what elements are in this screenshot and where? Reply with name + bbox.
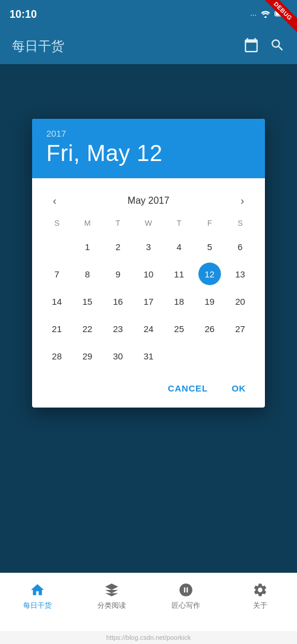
nav-item-write[interactable]: 匠心写作 [148, 579, 223, 611]
calendar-day[interactable]: 24 [133, 315, 163, 342]
calendar-day[interactable]: 16 [103, 288, 133, 314]
next-month-button[interactable]: › [232, 190, 253, 211]
calendar-day[interactable]: 17 [133, 288, 163, 314]
calendar-day[interactable]: 19 [194, 288, 225, 314]
calendar-day[interactable]: 30 [103, 343, 133, 369]
calendar-day[interactable]: 10 [133, 261, 163, 287]
nav-label-categories: 分类阅读 [97, 601, 126, 611]
calendar-icon[interactable] [244, 37, 259, 55]
day-headers: S M T W T F S [42, 216, 255, 230]
calendar-day[interactable]: 8 [72, 261, 102, 287]
calendar-day[interactable]: 14 [42, 288, 72, 314]
dialog-header: 2017 Fri, May 12 [32, 119, 265, 178]
calendar-day[interactable]: 5 [194, 233, 225, 260]
calendar-day[interactable]: 25 [164, 315, 194, 342]
calendar-day[interactable]: 21 [42, 315, 72, 342]
day-header-w: W [133, 216, 163, 230]
calendar-day[interactable]: 13 [225, 261, 255, 287]
calendar-day[interactable]: 1 [72, 233, 102, 260]
dialog-selected-date: Fri, May 12 [46, 141, 251, 166]
prev-month-button[interactable]: ‹ [44, 190, 65, 211]
about-icon [252, 582, 268, 598]
debug-badge: DEBUG [261, 0, 297, 36]
app-bar-actions [244, 37, 285, 55]
write-icon [178, 582, 194, 598]
calendar-day[interactable]: 6 [225, 233, 255, 260]
search-icon[interactable] [270, 37, 285, 55]
nav-item-categories[interactable]: 分类阅读 [74, 579, 148, 611]
cancel-button[interactable]: CANCEL [159, 378, 217, 398]
month-nav: ‹ May 2017 › [42, 183, 255, 216]
calendar-day[interactable]: 12 [198, 263, 221, 285]
day-header-t1: T [103, 216, 133, 230]
status-time: 10:10 [10, 8, 37, 21]
debug-label: DEBUG [262, 0, 297, 32]
calendar-day[interactable]: 27 [225, 315, 255, 342]
status-bar: 10:10 ··· [0, 0, 297, 29]
calendar-day[interactable]: 26 [194, 315, 225, 342]
nav-label-about: 关于 [253, 601, 267, 611]
nav-label-home: 每日干货 [23, 601, 52, 611]
calendar-day [42, 233, 72, 260]
calendar-day[interactable]: 23 [103, 315, 133, 342]
calendar-day[interactable]: 9 [103, 261, 133, 287]
home-icon [29, 582, 46, 598]
calendar-day[interactable]: 11 [164, 261, 194, 287]
calendar-day[interactable]: 28 [42, 343, 72, 369]
nav-item-home[interactable]: 每日干货 [0, 579, 74, 611]
month-title: May 2017 [128, 195, 169, 206]
day-header-f: F [194, 216, 225, 230]
app-title: 每日干货 [12, 37, 64, 55]
calendar-day[interactable]: 3 [133, 233, 163, 260]
day-header-m: M [72, 216, 102, 230]
calendar-day[interactable]: 20 [225, 288, 255, 314]
day-header-t2: T [164, 216, 194, 230]
calendar-day [194, 343, 225, 369]
url-bar: https://blog.csdn.net/poorkick [0, 631, 297, 644]
ok-button[interactable]: OK [222, 378, 255, 398]
dialog-actions: CANCEL OK [32, 374, 265, 408]
calendar-day[interactable]: 7 [42, 261, 72, 287]
calendar-grid: 1234567891011121314151617181920212223242… [42, 233, 255, 369]
calendar-day [164, 343, 194, 369]
dialog-year: 2017 [46, 128, 251, 138]
categories-icon [103, 582, 120, 598]
calendar-day[interactable]: 31 [133, 343, 163, 369]
calendar-day[interactable]: 29 [72, 343, 102, 369]
calendar-day[interactable]: 2 [103, 233, 133, 260]
calendar-day[interactable]: 15 [72, 288, 102, 314]
more-icon: ··· [250, 10, 257, 19]
calendar-day [225, 343, 255, 369]
calendar-day[interactable]: 22 [72, 315, 102, 342]
app-bar: 每日干货 [0, 29, 297, 64]
calendar-day[interactable]: 4 [164, 233, 194, 260]
nav-label-write: 匠心写作 [172, 601, 200, 611]
day-header-s1: S [42, 216, 72, 230]
calendar-day[interactable]: 18 [164, 288, 194, 314]
url-text: https://blog.csdn.net/poorkick [106, 634, 191, 641]
nav-item-about[interactable]: 关于 [223, 579, 297, 611]
day-header-s2: S [225, 216, 255, 230]
date-picker-dialog: 2017 Fri, May 12 ‹ May 2017 › S M T W T … [32, 119, 265, 408]
calendar-body: ‹ May 2017 › S M T W T F S 1234567891011… [32, 178, 265, 369]
